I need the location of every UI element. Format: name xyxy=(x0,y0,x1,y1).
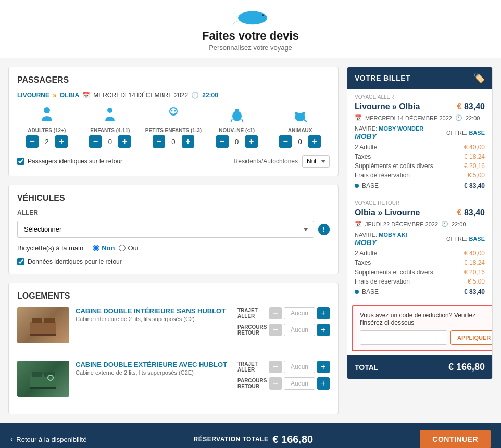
ticket-aller-route: Livourne » Olbia xyxy=(355,102,420,111)
cabin-1-aller-minus-btn[interactable]: − xyxy=(269,307,282,319)
vehicle-select[interactable]: Sélectionner xyxy=(17,221,314,238)
svg-point-3 xyxy=(44,107,50,113)
cabin-1-name: CABINE DOUBLE INTÉRIEURE SANS HUBLOT xyxy=(76,307,231,315)
svg-point-6 xyxy=(171,110,172,112)
page-footer: ‹ Retour à la disponibilité RÉSERVATION … xyxy=(0,423,501,448)
svg-point-2 xyxy=(262,14,264,16)
bicycle-non-radio[interactable] xyxy=(93,245,99,251)
petits-enfants-minus-btn[interactable]: − xyxy=(153,135,165,148)
ticket-retour-adulte-label: 2 Adulte xyxy=(355,250,377,257)
petits-enfants-label: PETITS ENFANTS (1-3) xyxy=(145,127,202,133)
ticket-aller-cal-icon: 📅 xyxy=(355,114,362,121)
cabin-1-retour-row: PARCOURS RETOUR − Aucun + xyxy=(237,324,330,336)
passengers-section: PASSAGERS LIVOURNE » OLBIA 📅 MERCREDI 14… xyxy=(8,67,339,176)
right-column: VOTRE BILLET 🏷️ VOYAGE ALLER Livourne » … xyxy=(347,67,493,414)
vehicle-select-row: Sélectionner ! xyxy=(17,221,330,238)
cabin-1-retour-minus-btn[interactable]: − xyxy=(269,324,282,336)
animaux-plus-btn[interactable]: + xyxy=(308,135,321,148)
ticket-aller-adulte-price: € 40,00 xyxy=(464,144,485,151)
adultes-counter: − 2 + xyxy=(26,135,68,148)
animaux-minus-btn[interactable]: − xyxy=(279,135,292,148)
ticket-retour-supplements-label: Suppléments et coûts divers xyxy=(355,268,433,276)
cabin-2-retour-plus-btn[interactable]: + xyxy=(317,377,330,390)
ticket-header-title: VOTRE BILLET xyxy=(355,74,410,82)
ticket-aller-price: € 83,40 xyxy=(457,102,485,111)
adultes-minus-btn[interactable]: − xyxy=(26,135,39,148)
bicycle-oui-label[interactable]: Oui xyxy=(119,244,138,252)
ticket-aller-label: VOYAGE ALLER xyxy=(355,94,485,100)
footer-total-area: RÉSERVATION TOTALE € 166,80 xyxy=(193,433,313,445)
nouveaune-value: 0 xyxy=(231,138,243,146)
cabin-2-desc: Cabine externe de 2 lits, lits superposé… xyxy=(76,369,231,376)
ticket-tag-icon: 🏷️ xyxy=(473,72,485,84)
cabin-exterior-image xyxy=(17,361,69,397)
ticket-aller-navire-link[interactable]: MOBY WONDER xyxy=(379,125,423,132)
promo-apply-btn[interactable]: APPLIQUER xyxy=(450,330,493,345)
petits-enfants-plus-btn[interactable]: + xyxy=(182,135,194,148)
svg-rect-18 xyxy=(30,375,56,388)
passengers-identical-checkbox[interactable]: Passagers identiques sur le retour xyxy=(17,158,122,165)
vehicle-info-icon[interactable]: ! xyxy=(318,224,330,235)
nouveaune-minus-btn[interactable]: − xyxy=(216,135,229,148)
ticket-retour-offre-link[interactable]: BASE xyxy=(469,236,485,242)
residents-label: Résidents/Autochtones xyxy=(234,158,298,165)
aller-label: ALLER xyxy=(17,209,330,216)
ticket-retour-base-row: BASE € 83,40 xyxy=(355,288,485,296)
bicycle-non-label[interactable]: Non xyxy=(93,244,115,252)
cabin-2-aller-minus-btn[interactable]: − xyxy=(269,361,282,373)
ticket-retour-frais-label: Frais de réservation xyxy=(355,278,410,285)
promo-area: ➜ Vous avez un code de réduction? Veuill… xyxy=(347,301,492,355)
promo-code-input[interactable] xyxy=(360,330,447,345)
ticket-aller-navire-label: NAVIRE: xyxy=(355,125,379,132)
passenger-type-nouveaune: NOUV.-NÉ (<1) − 0 + xyxy=(207,107,267,148)
ticket-aller-taxes-row: Taxes € 18,24 xyxy=(355,153,485,160)
cabin-1-desc: Cabine intérieure de 2 lits, lits superp… xyxy=(76,316,231,322)
svg-point-9 xyxy=(235,109,239,113)
passengers-identical-label: Passagers identiques sur le retour xyxy=(28,158,122,165)
ticket-retour-taxes-row: Taxes € 18,24 xyxy=(355,259,485,266)
cabin-2-retour-minus-btn[interactable]: − xyxy=(269,377,282,390)
animaux-label: ANIMAUX xyxy=(288,127,312,133)
ticket-aller-taxes-price: € 18,24 xyxy=(464,153,485,160)
ticket-retour-section: VOYAGE RETOUR Olbia » Livourne € 83,40 📅… xyxy=(347,195,492,301)
ticket-aller-date: MERCREDI 14 DÉCEMBRE 2022 xyxy=(365,115,452,121)
cabin-2-aller-counter: − Aucun + xyxy=(269,361,330,373)
enfants-counter: − 0 + xyxy=(89,135,131,148)
enfants-plus-btn[interactable]: + xyxy=(118,135,131,148)
back-button[interactable]: ‹ Retour à la disponibilité xyxy=(10,434,86,444)
promo-section: Vous avez un code de réduction? Veuillez… xyxy=(352,305,493,351)
residents-select[interactable]: Nul xyxy=(302,155,330,168)
cabin-1-aller-plus-btn[interactable]: + xyxy=(317,307,330,319)
svg-point-7 xyxy=(174,110,176,112)
passengers-identical-input[interactable] xyxy=(17,158,24,165)
ticket-retour-navire-link[interactable]: MOBY AKI xyxy=(379,232,407,238)
passenger-type-adultes: ADULTES (12+) − 2 + xyxy=(17,107,77,148)
calendar-icon: 📅 xyxy=(82,92,90,99)
ticket-retour-base-label: BASE xyxy=(362,288,379,296)
ticket-aller-offre-link[interactable]: BASE xyxy=(469,130,485,136)
passengers-footer: Passagers identiques sur le retour Résid… xyxy=(17,155,330,168)
cabin-2-aller-plus-btn[interactable]: + xyxy=(317,361,330,373)
back-arrow-icon: ‹ xyxy=(10,434,13,444)
enfants-value: 0 xyxy=(104,138,116,146)
ticket-retour-date: JEUDI 22 DÉCEMBRE 2022 xyxy=(365,221,438,227)
ticket-total-price: € 166,80 xyxy=(448,362,485,373)
continue-button[interactable]: CONTINUER xyxy=(420,430,491,448)
ticket-total-row: TOTAL € 166,80 xyxy=(347,355,492,379)
bicycle-oui-radio[interactable] xyxy=(119,245,126,251)
logo-area xyxy=(230,6,271,27)
svg-point-0 xyxy=(238,11,267,25)
svg-rect-19 xyxy=(32,372,42,377)
ticket-retour-adulte-row: 2 Adulte € 40,00 xyxy=(355,250,485,257)
ticket-panel: VOTRE BILLET 🏷️ VOYAGE ALLER Livourne » … xyxy=(347,67,493,379)
ticket-retour-route: Olbia » Livourne xyxy=(355,208,420,217)
enfants-minus-btn[interactable]: − xyxy=(89,135,102,148)
cabin-1-retour-plus-btn[interactable]: + xyxy=(317,324,330,336)
nouveaune-plus-btn[interactable]: + xyxy=(245,135,258,148)
adultes-plus-btn[interactable]: + xyxy=(55,135,68,148)
data-identical-input[interactable] xyxy=(17,258,24,265)
adult-icon xyxy=(40,107,54,125)
ticket-retour-offre-info: OFFRE: BASE xyxy=(446,235,485,242)
data-identical-checkbox[interactable]: Données identiques pour le retour xyxy=(17,258,330,265)
bicycle-oui-text: Oui xyxy=(128,244,138,252)
